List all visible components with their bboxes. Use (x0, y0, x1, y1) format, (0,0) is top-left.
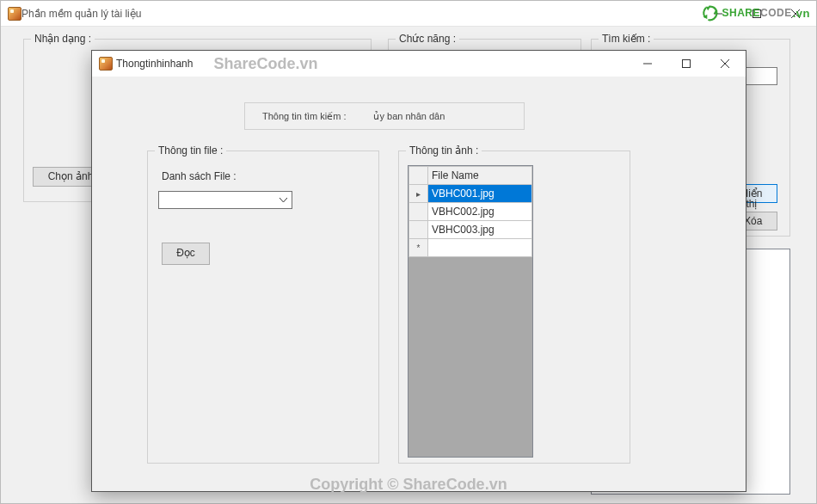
dialog-watermark-text: ShareCode.vn (213, 55, 317, 73)
grid-cell-empty[interactable] (428, 239, 532, 257)
groupbox-file-label: Thông tin file : (155, 144, 226, 157)
table-row[interactable]: VBHC003.jpg (409, 221, 532, 239)
dialog-close-button[interactable] (705, 51, 744, 76)
dialog-window: Thongtinhinhanh ShareCode.vn Thông tin t… (91, 50, 746, 492)
table-row-new[interactable]: * (409, 239, 532, 257)
new-row-icon: * (409, 239, 428, 257)
dialog-titlebar[interactable]: Thongtinhinhanh ShareCode.vn (92, 51, 746, 77)
dialog-maximize-button[interactable] (666, 51, 705, 76)
groupbox-nhandang-label: Nhận dạng : (31, 33, 95, 45)
search-info-panel: Thông tin tìm kiếm : ủy ban nhân dân (244, 102, 525, 130)
main-title: Phần mềm quản lý tài liệu (22, 8, 698, 20)
groupbox-file: Thông tin file : Danh sách File : Đọc (147, 151, 379, 464)
groupbox-chucnang-label: Chức năng : (396, 33, 459, 45)
dialog-app-icon (99, 57, 113, 71)
xoa-button-label: Xóa (744, 215, 762, 227)
watermark-share: SHARE (722, 7, 761, 19)
row-header-icon (409, 203, 428, 221)
danhsach-file-label: Danh sách File : (162, 170, 236, 182)
watermark-code: CODE (760, 7, 792, 19)
search-info-label: Thông tin tìm kiếm : (262, 111, 346, 122)
groupbox-anh: Thông tin ảnh : File Name ▸ VBHC001.jpg … (398, 151, 630, 464)
grid-cell[interactable]: VBHC001.jpg (428, 185, 532, 203)
grid-cell[interactable]: VBHC003.jpg (428, 221, 532, 239)
grid-col-header[interactable]: File Name (428, 167, 532, 185)
row-header-icon (409, 221, 428, 239)
table-row[interactable]: ▸ VBHC001.jpg (409, 185, 532, 203)
groupbox-timkiem-label: Tìm kiếm : (599, 33, 654, 45)
file-grid[interactable]: File Name ▸ VBHC001.jpg VBHC002.jpg VBHC… (408, 165, 533, 458)
svg-rect-5 (682, 59, 690, 67)
file-combobox[interactable] (158, 191, 292, 209)
dialog-minimize-button[interactable] (628, 51, 666, 76)
grid-cell[interactable]: VBHC002.jpg (428, 203, 532, 221)
dialog-body: Thông tin tìm kiếm : ủy ban nhân dân Thô… (92, 77, 746, 491)
doc-button[interactable]: Đọc (162, 243, 210, 265)
dialog-title: Thongtinhinhanh (116, 58, 193, 70)
row-header-icon: ▸ (409, 185, 428, 203)
watermark-logo: SHARECODE.vn (701, 3, 810, 22)
recycle-icon (701, 3, 720, 22)
watermark-vn: .vn (793, 7, 810, 20)
watermark-copyright: Copyright © ShareCode.vn (310, 476, 507, 494)
app-icon (8, 7, 22, 21)
grid-corner[interactable] (409, 167, 428, 185)
dialog-window-controls (628, 51, 744, 77)
groupbox-anh-label: Thông tin ảnh : (406, 144, 482, 157)
table-row[interactable]: VBHC002.jpg (409, 203, 532, 221)
grid-header-row: File Name (409, 167, 532, 185)
chevron-down-icon (277, 193, 290, 207)
search-info-value: ủy ban nhân dân (373, 111, 445, 122)
main-titlebar[interactable]: Phần mềm quản lý tài liệu (1, 1, 816, 27)
